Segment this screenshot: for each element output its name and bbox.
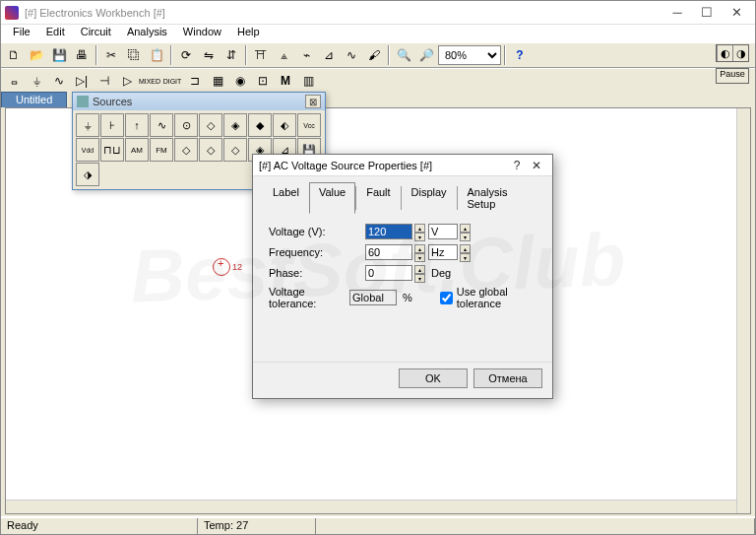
ac-voltage-icon[interactable]: ∿ (150, 113, 173, 137)
app-logo-icon (5, 6, 19, 20)
palette-titlebar[interactable]: Sources ⊠ (73, 93, 325, 110)
zoom-in-icon[interactable]: 🔍 (393, 44, 414, 66)
phase-unit: Deg (431, 267, 451, 279)
phase-input[interactable] (365, 265, 412, 281)
graph1-icon[interactable]: ⛩ (250, 44, 272, 66)
maximize-button[interactable]: ☐ (692, 3, 722, 23)
graph4-icon[interactable]: ⊿ (318, 44, 340, 66)
pause-button[interactable]: Pause (716, 68, 749, 84)
open-icon[interactable]: 📂 (26, 44, 47, 66)
dialog-help-icon[interactable]: ? (507, 159, 527, 172)
cancel-button[interactable]: Отмена (473, 368, 542, 388)
poly2-icon[interactable]: ◇ (199, 138, 222, 162)
menu-file[interactable]: File (5, 25, 38, 42)
resistor-icon[interactable]: ∿ (48, 70, 70, 92)
save-icon[interactable]: 💾 (48, 44, 70, 66)
cut-icon[interactable]: ✂ (100, 44, 122, 66)
status-bar: Ready Temp: 27 (1, 517, 755, 534)
frequency-unit[interactable]: Hz (428, 244, 458, 260)
voltage-unit[interactable]: V (428, 224, 458, 239)
menu-analysis[interactable]: Analysis (119, 25, 175, 42)
mixed-icon[interactable]: MIXED (139, 70, 160, 92)
fm-source-icon[interactable]: FM (150, 138, 173, 162)
flip-h-icon[interactable]: ⇋ (198, 44, 220, 66)
activate-buttons[interactable]: ◐◑ (716, 44, 749, 62)
graph5-icon[interactable]: ∿ (341, 44, 362, 66)
poly3-icon[interactable]: ◇ (223, 138, 247, 162)
horizontal-scrollbar[interactable] (6, 500, 736, 513)
ground-icon[interactable]: ⏚ (26, 70, 47, 92)
ac-current-icon[interactable]: ⊙ (174, 113, 198, 137)
frequency-label: Frequency: (269, 246, 365, 258)
use-global-label: Use global tolerance (457, 286, 536, 309)
cccs-icon[interactable]: ◆ (248, 113, 272, 137)
frequency-unit-spinner[interactable]: ▴▾ (460, 244, 471, 260)
vdd-icon[interactable]: Vdd (76, 138, 99, 162)
dc-current-icon[interactable]: ↑ (125, 113, 149, 137)
menu-circuit[interactable]: Circuit (73, 25, 119, 42)
ok-button[interactable]: OK (399, 368, 468, 388)
sources-icon[interactable]: ⏛ (3, 70, 25, 92)
tolerance-input[interactable] (349, 290, 397, 305)
graph3-icon[interactable]: ⌁ (295, 44, 317, 66)
vccs-icon[interactable]: ◇ (199, 113, 222, 137)
voltage-spinner[interactable]: ▴▾ (414, 224, 425, 239)
ac-voltage-source-component[interactable] (213, 258, 230, 276)
menu-window[interactable]: Window (175, 25, 229, 42)
battery-icon[interactable]: ⊦ (100, 113, 124, 137)
instrument-m-icon[interactable]: M (275, 70, 296, 92)
ground-source-icon[interactable]: ⏚ (76, 113, 99, 137)
new-icon[interactable]: 🗋 (3, 44, 25, 66)
diode-icon[interactable]: ▷| (71, 70, 93, 92)
graph2-icon[interactable]: ⟁ (273, 44, 294, 66)
rotate-icon[interactable]: ⟳ (175, 44, 197, 66)
tab-value[interactable]: Value (309, 182, 355, 214)
copy-icon[interactable]: ⿻ (123, 44, 145, 66)
paste-icon[interactable]: 📋 (146, 44, 167, 66)
tab-fault[interactable]: Fault (356, 182, 400, 214)
help-icon[interactable]: ? (509, 44, 531, 66)
ccvs-icon[interactable]: ⬖ (273, 113, 296, 137)
vcc-icon[interactable]: Vcc (297, 113, 321, 137)
frequency-spinner[interactable]: ▴▾ (414, 244, 425, 260)
dialog-titlebar[interactable]: [#] AC Voltage Source Properties [#] ? ✕ (253, 155, 552, 176)
zoom-select[interactable]: 80% (438, 45, 501, 65)
document-tab[interactable]: Untitled (1, 92, 67, 107)
am-source-icon[interactable]: AM (125, 138, 149, 162)
menu-bar: File Edit Circuit Analysis Window Help (1, 25, 755, 42)
indicator-icon[interactable]: ◉ (229, 70, 251, 92)
zoom-out-icon[interactable]: 🔎 (415, 44, 437, 66)
tab-analysis-setup[interactable]: Analysis Setup (458, 182, 542, 214)
flip-v-icon[interactable]: ⇵ (220, 44, 242, 66)
properties-icon[interactable]: 🖌 (363, 44, 385, 66)
voltage-unit-spinner[interactable]: ▴▾ (460, 224, 471, 239)
digital-icon[interactable]: DIGIT (161, 70, 183, 92)
title-bar: [#] Electronics Workbench [#] ─ ☐ ✕ (1, 1, 755, 25)
close-button[interactable]: ✕ (722, 3, 751, 23)
poly1-icon[interactable]: ◇ (174, 138, 198, 162)
logic-icon[interactable]: ⊐ (184, 70, 206, 92)
instrument-o-icon[interactable]: ▥ (297, 70, 319, 92)
menu-help[interactable]: Help (229, 25, 268, 42)
print-icon[interactable]: 🖶 (71, 44, 93, 66)
misc-icon[interactable]: ⊡ (252, 70, 274, 92)
frequency-input[interactable] (365, 244, 412, 260)
status-empty (316, 518, 755, 534)
dialog-close-icon[interactable]: ✕ (527, 159, 546, 172)
minimize-button[interactable]: ─ (662, 3, 692, 23)
voltage-input[interactable] (365, 224, 412, 239)
ic-icon[interactable]: ▦ (207, 70, 228, 92)
phase-spinner[interactable]: ▴▾ (414, 265, 425, 281)
vertical-scrollbar[interactable] (736, 108, 750, 513)
tab-label[interactable]: Label (263, 182, 309, 214)
tab-display[interactable]: Display (402, 182, 457, 214)
menu-edit[interactable]: Edit (38, 25, 73, 42)
use-global-checkbox[interactable] (440, 292, 453, 304)
transistor-icon[interactable]: ⊣ (94, 70, 115, 92)
vcvs-icon[interactable]: ◈ (223, 113, 247, 137)
clock-icon[interactable]: ⊓⊔ (100, 138, 124, 162)
opamp-icon[interactable]: ▷ (116, 70, 138, 92)
nonlinear-icon[interactable]: ⬗ (76, 163, 99, 186)
phase-label: Phase: (269, 267, 365, 279)
palette-close-icon[interactable]: ⊠ (305, 95, 321, 108)
